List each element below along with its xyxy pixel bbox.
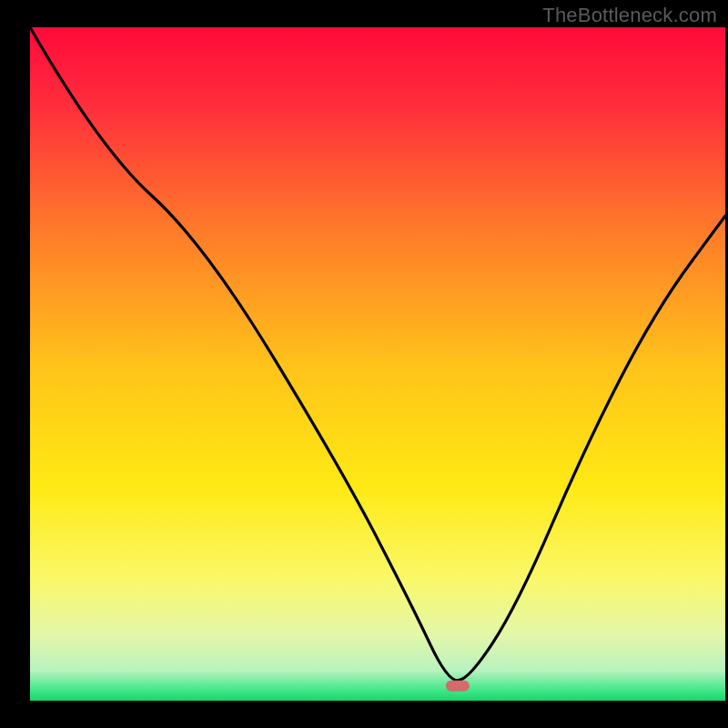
optimal-marker [446,681,470,692]
chart-frame: TheBottleneck.com [0,0,728,728]
plot-background [30,27,725,701]
watermark-text: TheBottleneck.com [542,4,717,27]
bottleneck-chart [0,0,728,728]
